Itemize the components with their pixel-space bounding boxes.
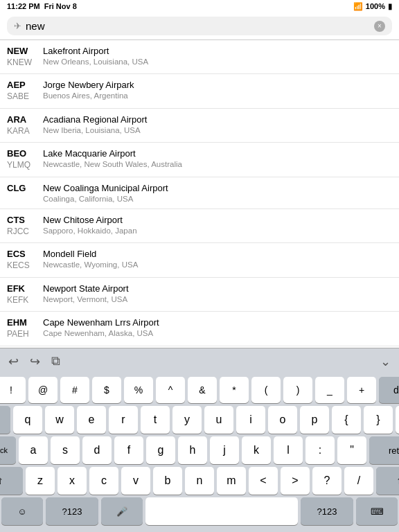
airport-info: Mondell Field Newcastle, Wyoming, USA (43, 249, 138, 269)
key-lt[interactable]: < (249, 467, 278, 495)
key-m[interactable]: m (217, 467, 246, 495)
date: Fri Nov 8 (44, 2, 77, 10)
airport-location: Buenos Aires, Argentina (43, 91, 134, 100)
list-item[interactable]: CTS RJCC New Chitose Airport Sapporo, Ho… (0, 209, 399, 243)
icao-code: SABE (7, 91, 36, 103)
key-c[interactable]: c (89, 467, 118, 495)
list-item[interactable]: NEW KNEW Lakefront Airport New Orleans, … (0, 40, 399, 74)
key-y[interactable]: y (172, 406, 202, 434)
key-v[interactable]: v (121, 467, 150, 495)
key-o[interactable]: o (268, 406, 297, 434)
key-slash[interactable]: / (344, 467, 373, 495)
key-lbrace[interactable]: { (332, 406, 361, 434)
list-item[interactable]: ECS KECS Mondell Field Newcastle, Wyomin… (0, 243, 399, 277)
shift-key-left[interactable]: ⇧ (0, 467, 23, 495)
wifi-icon: 📶 (353, 2, 363, 11)
key-colon[interactable]: : (305, 436, 335, 464)
airport-info: New Coalinga Municipal Airport Coalinga,… (43, 183, 168, 203)
intl-key[interactable]: ⌨ (356, 497, 398, 525)
list-item[interactable]: AEP SABE Jorge Newbery Airpark Buenos Ai… (0, 74, 399, 108)
space-key[interactable] (145, 497, 298, 525)
key-s[interactable]: s (51, 436, 80, 464)
key-q[interactable]: q (13, 406, 42, 434)
key-lparen[interactable]: ( (251, 377, 281, 403)
key-b[interactable]: b (153, 467, 182, 495)
redo-button[interactable]: ↪ (27, 354, 43, 369)
list-item[interactable]: CLG New Coalinga Municipal Airport Coali… (0, 177, 399, 209)
key-exclaim[interactable]: ! (0, 377, 26, 403)
delete-key[interactable]: delete (379, 377, 399, 403)
return-key[interactable]: return (369, 436, 399, 464)
airport-location: Coalinga, California, USA (43, 195, 168, 203)
list-item[interactable]: BEO YLMQ Lake Macquarie Airport Newcastl… (0, 143, 399, 177)
search-input-wrap[interactable]: ✈ new × (7, 17, 392, 35)
key-star[interactable]: * (220, 377, 249, 403)
paste-button[interactable]: ⧉ (48, 354, 63, 369)
tab-key[interactable]: tab (0, 406, 10, 434)
key-a[interactable]: a (19, 436, 48, 464)
clear-button[interactable]: × (374, 21, 385, 32)
key-question[interactable]: ? (312, 467, 342, 495)
key-e[interactable]: e (77, 406, 106, 434)
sym2-key[interactable]: ?123 (301, 497, 353, 525)
airport-codes: ARA KARA (7, 114, 36, 136)
airport-info: Lake Macquarie Airport Newcastle, New So… (43, 148, 182, 168)
key-underscore[interactable]: _ (315, 377, 344, 403)
airport-info: Cape Newenham Lrrs Airport Cape Newenham… (43, 317, 159, 337)
key-l[interactable]: l (274, 436, 303, 464)
keyboard-toolbar: ↩ ↪ ⧉ ⌄ (0, 348, 399, 374)
key-at[interactable]: @ (28, 377, 57, 403)
iata-code: EHM (7, 317, 36, 329)
search-input[interactable]: new (26, 20, 370, 32)
zxcv-row: ⇧ z x c v b n m < > ? / ⇧ (1, 467, 398, 495)
airport-info: Newport State Airport Newport, Vermont, … (43, 283, 129, 303)
icao-code: RJCC (7, 227, 36, 238)
list-item[interactable]: EHM PAEH Cape Newenham Lrrs Airport Cape… (0, 312, 399, 346)
airport-location: Cape Newenham, Alaska, USA (43, 329, 159, 337)
key-r[interactable]: r (109, 406, 138, 434)
key-caret[interactable]: ^ (156, 377, 185, 403)
airport-name: Mondell Field (43, 249, 138, 260)
key-t[interactable]: t (141, 406, 170, 434)
key-z[interactable]: z (26, 467, 55, 495)
key-percent[interactable]: % (124, 377, 153, 403)
key-amp[interactable]: & (188, 377, 217, 403)
list-item[interactable]: EFK KEFK Newport State Airport Newport, … (0, 278, 399, 312)
key-rparen[interactable]: ) (283, 377, 312, 403)
key-h[interactable]: h (178, 436, 207, 464)
key-x[interactable]: x (57, 467, 87, 495)
key-p[interactable]: p (300, 406, 329, 434)
airport-name: New Coalinga Municipal Airport (43, 183, 168, 195)
airport-codes: CLG (7, 183, 36, 195)
key-w[interactable]: w (45, 406, 74, 434)
key-dollar[interactable]: $ (92, 377, 121, 403)
key-u[interactable]: u (204, 406, 233, 434)
shift-key-right[interactable]: ⇧ (376, 467, 399, 495)
list-item[interactable]: ARA KARA Acadiana Regional Airport New I… (0, 109, 399, 143)
airport-codes: AEP SABE (7, 80, 36, 102)
airport-info: Acadiana Regional Airport New Iberia, Lo… (43, 114, 147, 134)
key-k[interactable]: k (242, 436, 271, 464)
key-i[interactable]: i (236, 406, 265, 434)
key-quote[interactable]: " (337, 436, 366, 464)
undo-button[interactable]: ↩ (6, 354, 21, 369)
key-g[interactable]: g (146, 436, 175, 464)
key-backslash[interactable]: \ (396, 406, 399, 434)
airport-codes: ECS KECS (7, 249, 36, 271)
key-hash[interactable]: # (60, 377, 89, 403)
key-plus[interactable]: + (347, 377, 376, 403)
airport-location: Newcastle, New South Wales, Australia (43, 160, 182, 168)
key-rbrace[interactable]: } (364, 406, 393, 434)
caps-lock-key[interactable]: caps lock (0, 436, 16, 464)
key-d[interactable]: d (82, 436, 112, 464)
emoji-key[interactable]: ☺ (1, 497, 43, 525)
iata-code: NEW (7, 46, 36, 57)
mic-key[interactable]: 🎤 (101, 497, 143, 525)
key-f[interactable]: f (114, 436, 143, 464)
key-j[interactable]: j (210, 436, 239, 464)
sym1-key[interactable]: ?123 (46, 497, 98, 525)
hide-keyboard-button[interactable]: ⌄ (378, 355, 393, 369)
key-gt[interactable]: > (281, 467, 310, 495)
airport-location: New Orleans, Louisiana, USA (43, 57, 148, 66)
key-n[interactable]: n (185, 467, 214, 495)
